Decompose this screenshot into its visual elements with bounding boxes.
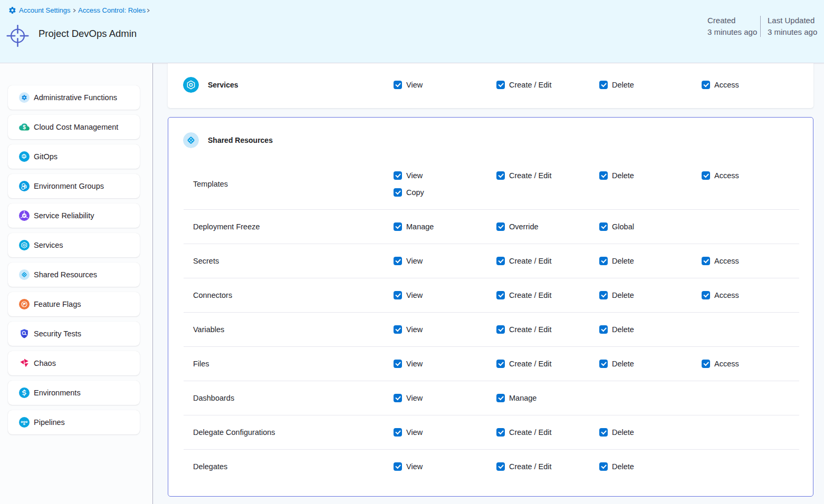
svg-text:$: $ (23, 124, 26, 130)
